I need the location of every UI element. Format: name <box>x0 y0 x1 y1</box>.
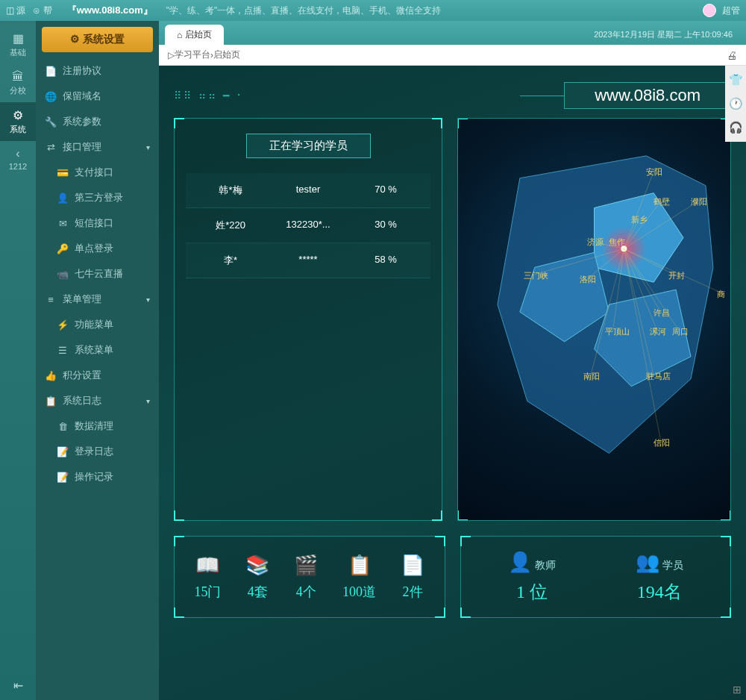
map-city-label: 信阳 <box>653 438 670 447</box>
avatar[interactable] <box>703 4 716 17</box>
dash-dots: ⠿⠿ ⠶⠶ ━ ⠂ <box>174 90 246 101</box>
print-icon[interactable]: 🖨 <box>727 49 737 61</box>
map-city-label: 洛阳 <box>580 275 596 284</box>
sidebar-label: 数据清理 <box>75 419 113 433</box>
breadcrumb: ▷ 学习平台 › 启始页 🖨 <box>159 45 746 66</box>
sb-icon: 🔑 <box>57 243 69 254</box>
map-city-label: 三门峡 <box>524 271 548 280</box>
stat-value: 4套 <box>245 583 269 601</box>
sidebar-item[interactable]: 📹七牛云直播 <box>36 261 159 287</box>
sb-icon: ⇄ <box>45 142 57 153</box>
grid-icon: ▦ <box>3 31 33 46</box>
sidebar-item[interactable]: 📝登录日志 <box>36 439 159 464</box>
sidebar-label: 功能菜单 <box>75 318 113 331</box>
grid-icon[interactable]: ⊞ <box>733 684 742 696</box>
sidebar-label: 支付接口 <box>75 166 113 179</box>
stat-icon: 📚 <box>245 554 269 577</box>
tab-home[interactable]: ⌂启始页 <box>165 25 224 45</box>
stat-value: 100道 <box>342 583 376 601</box>
sidebar-item[interactable]: 👍积分设置 <box>36 363 159 388</box>
sidebar-label: 接口管理 <box>63 140 101 154</box>
stat-value: 194名 <box>636 580 683 604</box>
sb-icon: ⚡ <box>57 319 69 331</box>
stat-icon: 📄 <box>401 554 424 577</box>
sidebar-label: 菜单管理 <box>63 293 101 306</box>
source-link[interactable]: ◫ 源 <box>6 4 25 17</box>
leftbar-basic[interactable]: ▦基础 <box>0 25 36 64</box>
map-city-label: 周口 <box>672 327 689 336</box>
sidebar-label: 单点登录 <box>75 242 113 255</box>
table-row: 韩*梅tester70 % <box>186 173 430 208</box>
sidebar-item[interactable]: 📄注册协议 <box>36 58 159 84</box>
sb-icon: 📄 <box>45 66 57 77</box>
sidebar-item[interactable]: ✉短信接口 <box>36 210 159 236</box>
sidebar-item[interactable]: 📝操作记录 <box>36 464 159 490</box>
breadcrumb-page: 启始页 <box>213 49 240 61</box>
right-toolbar: 👕 🕐 🎧 <box>725 66 746 142</box>
map-city-label: 鹤壁 <box>653 197 670 206</box>
sidebar-item[interactable]: ☰系统菜单 <box>36 337 159 363</box>
sidebar-header[interactable]: ⚙ 系统设置 <box>42 27 153 52</box>
sidebar-item[interactable]: 👤第三方登录 <box>36 185 159 210</box>
home-icon: ⌂ <box>177 30 182 40</box>
sb-icon: 📝 <box>57 446 69 457</box>
sidebar-item[interactable]: 🔧系统参数 <box>36 109 159 134</box>
clock-icon[interactable]: 🕐 <box>729 97 743 110</box>
map-city-label: 焦作 <box>609 237 625 246</box>
stat-icon: 👥学员 <box>636 551 683 574</box>
map-city-label: 平顶山 <box>605 327 630 336</box>
sidebar-item[interactable]: 📋系统日志▾ <box>36 388 159 413</box>
sidebar-label: 七牛云直播 <box>75 267 123 281</box>
stat-label: 教师 <box>535 559 556 571</box>
sidebar-label: 系统参数 <box>63 115 101 128</box>
map-city-label: 漯河 <box>650 327 666 336</box>
sb-icon: ✉ <box>57 218 69 229</box>
shirt-icon[interactable]: 👕 <box>729 73 743 87</box>
sidebar-label: 操作记录 <box>75 470 113 484</box>
breadcrumb-icon: ▷ <box>168 50 175 60</box>
sidebar-item[interactable]: 🗑数据清理 <box>36 413 159 439</box>
gear-icon: ⚙ <box>3 108 33 122</box>
student-account: tester <box>269 184 347 197</box>
map-city-label: 开封 <box>668 271 685 280</box>
breadcrumb-root[interactable]: 学习平台 <box>175 49 210 61</box>
sidebar-item[interactable]: ⇄接口管理▾ <box>36 134 159 160</box>
datetime: 2023年12月19日 星期二 上午10:09:46 <box>594 29 740 45</box>
sidebar-label: 第三方登录 <box>75 191 123 204</box>
sidebar-item[interactable]: 💳支付接口 <box>36 160 159 185</box>
sidebar-label: 注册协议 <box>63 64 101 78</box>
sb-icon: 👍 <box>45 370 57 381</box>
stats-left-panel: 📖15门📚4套🎬4个📋100道📄2件 <box>174 536 445 618</box>
username[interactable]: 超管 <box>722 4 740 17</box>
map-panel: 安阳鹤壁濮阳新乡济源焦作三门峡洛阳开封许昌平顶山漯河周口南阳驻马店信阳商 <box>457 118 731 521</box>
leftbar-history[interactable]: ‹1212 <box>0 141 36 177</box>
student-progress: 58 % <box>347 254 424 267</box>
stat-item: 📄2件 <box>401 554 424 601</box>
stat-value: 1 位 <box>508 580 556 604</box>
sb-icon: 💳 <box>57 167 69 178</box>
stat-label: 学员 <box>662 559 683 571</box>
leftbar-branch[interactable]: 🏛分校 <box>0 64 36 102</box>
stat-icon: 📋 <box>342 554 376 577</box>
sidebar-item[interactable]: ⚡功能菜单 <box>36 312 159 337</box>
student-account: ***** <box>269 254 347 267</box>
map-svg[interactable]: 安阳鹤壁濮阳新乡济源焦作三门峡洛阳开封许昌平顶山漯河周口南阳驻马店信阳商 <box>458 119 730 520</box>
leftbar-system[interactable]: ⚙系统 <box>0 102 36 141</box>
map-city-label: 驻马店 <box>646 372 671 381</box>
stat-value: 4个 <box>294 583 318 601</box>
sidebar-item[interactable]: 🔑单点登录 <box>36 236 159 261</box>
sidebar-label: 系统菜单 <box>75 343 113 357</box>
leftbar: ▦基础 🏛分校 ⚙系统 ‹1212 ⇤ <box>0 21 36 700</box>
site-title: 『www.08i8.com』 <box>67 4 153 17</box>
building-icon: 🏛 <box>3 70 33 84</box>
student-progress: 70 % <box>347 184 424 197</box>
stat-item: 👤教师1 位 <box>508 551 556 604</box>
sidebar-item[interactable]: ≡菜单管理▾ <box>36 287 159 312</box>
sidebar-item[interactable]: 🌐保留域名 <box>36 84 159 109</box>
students-title: 正在学习的学员 <box>246 134 371 158</box>
headset-icon[interactable]: 🎧 <box>729 121 743 134</box>
back-icon: ‹ <box>3 147 33 160</box>
stat-item: 👥学员194名 <box>636 551 683 604</box>
help-link[interactable]: ⊙ 帮 <box>33 4 51 17</box>
leftbar-collapse[interactable]: ⇤ <box>0 672 36 700</box>
